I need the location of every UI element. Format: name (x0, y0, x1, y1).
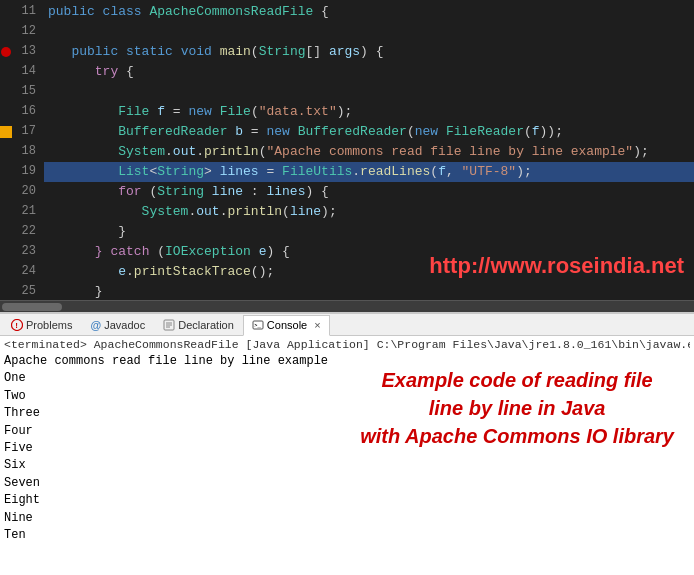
token: BufferedReader (298, 124, 407, 139)
tab-declaration[interactable]: Declaration (154, 314, 243, 335)
token: ( (430, 164, 438, 179)
token: lines (220, 164, 267, 179)
token: main (220, 44, 251, 59)
code-line: 20 for (String line : lines) { (0, 182, 694, 202)
line-marker-area (0, 162, 14, 182)
token: ( (282, 204, 290, 219)
tab-problems[interactable]: !Problems (2, 314, 81, 335)
token: lines (266, 184, 305, 199)
token: println (204, 144, 259, 159)
watermark: http://www.roseindia.net (429, 249, 684, 282)
line-marker-area (0, 262, 14, 282)
line-number: 11 (14, 2, 44, 22)
token: println (227, 204, 282, 219)
code-line: 13 public static void main(String[] args… (0, 42, 694, 62)
token: ) { (266, 244, 289, 259)
token: ApacheCommonsReadFile (149, 4, 321, 19)
token: . (352, 164, 360, 179)
tab-close-button[interactable]: × (314, 319, 320, 331)
line-marker-area (0, 82, 14, 102)
token: ) { (360, 44, 383, 59)
line-marker-area (0, 282, 14, 300)
token: static (126, 44, 181, 59)
token: { (126, 64, 134, 79)
console-line: Ten (4, 527, 690, 544)
console-area: <terminated> ApacheCommonsReadFile [Java… (0, 336, 694, 575)
token: class (103, 4, 150, 19)
token: ); (337, 104, 353, 119)
line-content: BufferedReader b = new BufferedReader(ne… (44, 122, 694, 142)
tab-console[interactable]: >_Console× (243, 315, 330, 336)
line-content: for (String line : lines) { (44, 182, 694, 202)
token: printStackTrace (134, 264, 251, 279)
token: ); (321, 204, 337, 219)
token: : (251, 184, 267, 199)
line-number: 22 (14, 222, 44, 242)
code-line: 19 List<String> lines = FileUtils.readLi… (0, 162, 694, 182)
line-marker-area (0, 202, 14, 222)
console-line: Three (4, 405, 690, 422)
token: System (48, 144, 165, 159)
token: f (532, 124, 540, 139)
line-number: 24 (14, 262, 44, 282)
line-number: 14 (14, 62, 44, 82)
token: List (48, 164, 149, 179)
tab-javadoc[interactable]: @Javadoc (81, 314, 154, 335)
token: args (329, 44, 360, 59)
console-line: One (4, 370, 690, 387)
code-line: 16 File f = new File("data.txt"); (0, 102, 694, 122)
line-content (44, 82, 694, 102)
line-number: 16 (14, 102, 44, 122)
javadoc-tab-icon: @ (90, 319, 101, 331)
code-line: 22 } (0, 222, 694, 242)
line-number: 19 (14, 162, 44, 182)
token: ) { (305, 184, 328, 199)
token: ); (516, 164, 532, 179)
token: . (126, 264, 134, 279)
token: [] (305, 44, 328, 59)
token: ); (633, 144, 649, 159)
token: public (48, 4, 103, 19)
tab-bar: !Problems@JavadocDeclaration>_Console× (0, 312, 694, 336)
token: BufferedReader (48, 124, 235, 139)
line-content: } (44, 222, 694, 242)
line-content: } (44, 282, 694, 300)
code-line: 17 BufferedReader b = new BufferedReader… (0, 122, 694, 142)
token: out (173, 144, 196, 159)
line-marker-area (0, 242, 14, 262)
problems-tab-label: Problems (26, 319, 72, 331)
token: (); (251, 264, 274, 279)
console-line: Five (4, 440, 690, 457)
token: )); (540, 124, 563, 139)
token: catch (110, 244, 157, 259)
code-line: 18 System.out.println("Apache commons re… (0, 142, 694, 162)
editor-container: 11public class ApacheCommonsReadFile {12… (0, 0, 694, 300)
line-content: System.out.println("Apache commons read … (44, 142, 694, 162)
token: String (157, 164, 204, 179)
svg-text:>_: >_ (254, 322, 262, 328)
console-tab-icon: >_ (252, 319, 264, 331)
token: void (181, 44, 220, 59)
scrollbar-thumb[interactable] (2, 303, 62, 311)
declaration-tab-icon (163, 319, 175, 331)
line-marker-area (0, 122, 14, 142)
token: new (188, 104, 219, 119)
token: > (204, 164, 220, 179)
token: try (48, 64, 126, 79)
line-marker-area (0, 182, 14, 202)
token: f (438, 164, 446, 179)
line-content (44, 22, 694, 42)
line-marker-area (0, 42, 14, 62)
token: = (251, 124, 267, 139)
token: . (165, 144, 173, 159)
line-content: List<String> lines = FileUtils.readLines… (44, 162, 694, 182)
console-line: Eight (4, 492, 690, 509)
line-number: 13 (14, 42, 44, 62)
code-line: 25 } (0, 282, 694, 300)
code-line: 11public class ApacheCommonsReadFile { (0, 2, 694, 22)
token: public (48, 44, 126, 59)
code-scrollbar[interactable] (0, 300, 694, 312)
line-number: 12 (14, 22, 44, 42)
declaration-tab-label: Declaration (178, 319, 234, 331)
token: FileReader (446, 124, 524, 139)
